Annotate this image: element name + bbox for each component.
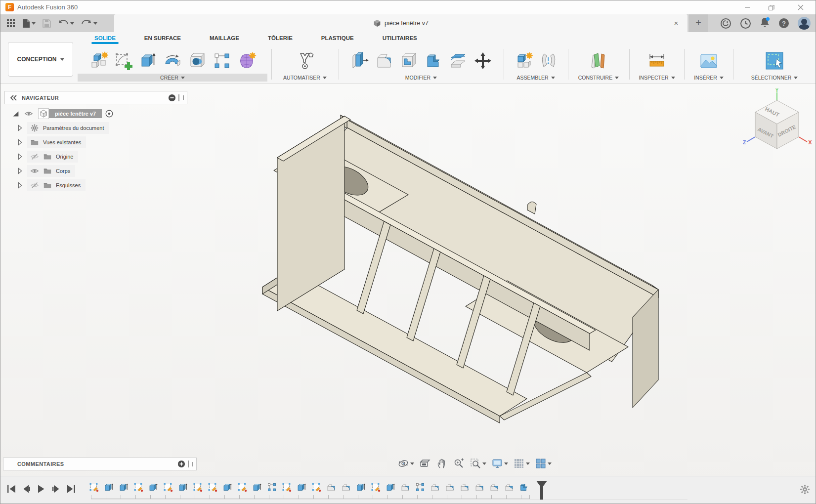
timeline-feature-fillet[interactable] <box>445 482 455 492</box>
zoom-window-caret-icon[interactable] <box>482 462 486 465</box>
collapse-chevrons-icon[interactable] <box>9 93 18 102</box>
assemble-new-component-button[interactable] <box>513 50 534 71</box>
root-component-name[interactable]: pièce fenêtre v7 <box>49 109 102 118</box>
timeline-feature-extrude[interactable] <box>386 482 395 492</box>
timeline-feature-extrude[interactable] <box>104 482 114 492</box>
panel-drag-handle[interactable] <box>178 94 179 101</box>
pan-button[interactable] <box>434 457 449 470</box>
panel-drag-handle[interactable] <box>183 95 184 100</box>
timeline-feature-extrude[interactable] <box>148 482 158 492</box>
group-label-assemble[interactable]: ASSEMBLER <box>506 74 566 82</box>
visibility-eye-off-icon[interactable] <box>30 181 39 190</box>
redo-caret-icon[interactable] <box>93 22 97 25</box>
timeline-feature-fillet[interactable] <box>430 482 440 492</box>
tab-solide[interactable]: SOLIDE <box>94 35 116 44</box>
hole-button[interactable] <box>187 50 208 71</box>
user-avatar[interactable] <box>798 17 811 30</box>
automate-button[interactable] <box>295 50 315 71</box>
revolve-button[interactable] <box>162 50 183 71</box>
group-label-automate[interactable]: AUTOMATISER <box>273 74 337 82</box>
group-label-select[interactable]: SÉLECTIONNER <box>735 74 814 82</box>
minimize-button[interactable] <box>739 1 756 13</box>
model-piece-fenetre[interactable] <box>238 84 732 476</box>
extrude-button[interactable] <box>137 50 158 71</box>
tree-item-label[interactable]: Origine <box>56 154 73 160</box>
timeline-feature-fillet[interactable] <box>474 482 484 492</box>
new-component-button[interactable] <box>88 50 109 71</box>
timeline-feature-pattern[interactable] <box>415 482 425 492</box>
go-to-start-button[interactable] <box>6 484 17 494</box>
display-settings-button[interactable] <box>490 457 510 470</box>
visibility-eye-icon[interactable] <box>24 109 33 118</box>
tree-item-label[interactable]: Paramètres du document <box>43 125 104 131</box>
group-label-create[interactable]: CRÉER <box>78 74 267 82</box>
workspace-selector[interactable]: CONCEPTION <box>8 42 73 77</box>
expander-collapsed-icon[interactable] <box>15 181 24 190</box>
tree-row-document-settings[interactable]: Paramètres du document <box>4 121 187 135</box>
timeline-feature-sketch[interactable] <box>311 482 321 492</box>
app-grid-icon[interactable] <box>6 19 15 28</box>
file-menu-button[interactable] <box>22 19 36 28</box>
redo-button[interactable] <box>81 19 97 27</box>
timeline-ruler[interactable] <box>91 495 530 499</box>
panel-drag-handle[interactable] <box>192 462 193 466</box>
activate-component-radio-icon[interactable] <box>105 109 114 118</box>
expander-expanded-icon[interactable] <box>11 109 20 118</box>
timeline-feature-sketch[interactable] <box>89 482 99 492</box>
tree-item-label[interactable]: Vues existantes <box>43 139 81 145</box>
close-tab-icon[interactable]: × <box>672 19 681 28</box>
timeline-feature-extrude[interactable] <box>222 482 232 492</box>
timeline-feature-sketch[interactable] <box>208 482 217 492</box>
grid-settings-caret-icon[interactable] <box>526 462 530 465</box>
measure-button[interactable] <box>646 50 667 71</box>
expander-collapsed-icon[interactable] <box>15 124 24 132</box>
timeline-feature-fillet[interactable] <box>460 482 470 492</box>
visibility-eye-icon[interactable] <box>30 167 39 175</box>
add-comment-icon[interactable] <box>177 460 185 468</box>
navigator-panel-header[interactable]: NAVIGATEUR <box>4 91 187 104</box>
timeline-feature-chamfer[interactable] <box>489 482 499 492</box>
timeline-feature-sketch[interactable] <box>193 482 203 492</box>
notifications-bell-icon[interactable] <box>760 17 770 30</box>
tab-maillage[interactable]: MAILLAGE <box>210 35 239 44</box>
expander-collapsed-icon[interactable] <box>15 138 24 147</box>
group-label-inspect[interactable]: INSPECTER <box>631 74 683 82</box>
timeline-feature-extrude[interactable] <box>252 482 262 492</box>
press-pull-button[interactable] <box>349 50 370 71</box>
timeline-feature-sketch[interactable] <box>282 482 292 492</box>
new-tab-button[interactable]: + <box>689 14 708 32</box>
collapse-panel-icon[interactable] <box>168 94 176 102</box>
panel-drag-handle[interactable] <box>188 461 189 467</box>
tab-tolerie[interactable]: TÔLERIE <box>268 35 293 44</box>
timeline-feature-extrude[interactable] <box>356 482 366 492</box>
job-status-clock-icon[interactable] <box>740 18 751 29</box>
orbit-caret-icon[interactable] <box>410 462 414 465</box>
tree-row-named-views[interactable]: Vues existantes <box>4 135 187 149</box>
tab-en-surface[interactable]: EN SURFACE <box>144 35 181 44</box>
visibility-eye-off-icon[interactable] <box>30 152 39 161</box>
timeline-position-marker[interactable] <box>535 480 548 502</box>
timeline-feature-extrude[interactable] <box>297 482 306 492</box>
construct-plane-button[interactable] <box>588 50 609 71</box>
close-window-button[interactable] <box>792 1 809 13</box>
create-form-button[interactable] <box>236 50 257 71</box>
undo-button[interactable] <box>58 19 74 27</box>
timeline-track[interactable] <box>91 500 687 500</box>
viewports-button[interactable] <box>533 457 553 470</box>
tree-row-root[interactable]: pièce fenêtre v7 <box>4 106 187 121</box>
group-label-construct[interactable]: CONSTRUIRE <box>570 74 627 82</box>
zoom-window-button[interactable] <box>468 457 488 470</box>
expander-collapsed-icon[interactable] <box>15 167 24 175</box>
look-at-button[interactable] <box>418 457 432 470</box>
orbit-button[interactable] <box>396 457 416 470</box>
timeline-feature-sketch[interactable] <box>371 482 381 492</box>
timeline-feature-sketch[interactable] <box>133 482 143 492</box>
play-button[interactable] <box>36 484 46 494</box>
help-icon[interactable]: ? <box>778 18 789 29</box>
timeline-feature-extrude[interactable] <box>178 482 188 492</box>
restore-button[interactable] <box>763 1 779 13</box>
tab-utilitaires[interactable]: UTILITAIRES <box>383 35 417 44</box>
timeline-feature-pattern[interactable] <box>267 482 277 492</box>
tree-row-sketches[interactable]: Esquisses <box>4 178 187 192</box>
timeline-feature-extrude[interactable] <box>119 482 129 492</box>
